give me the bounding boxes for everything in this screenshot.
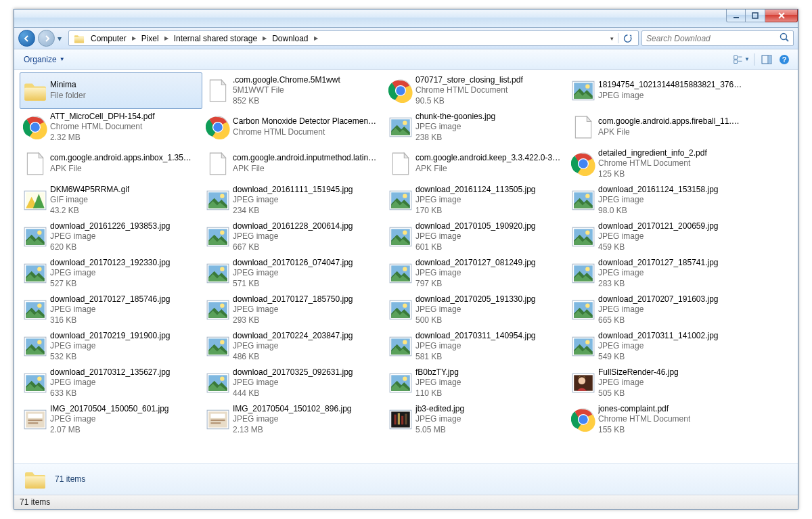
file-size: 2.07 MB	[50, 425, 169, 436]
search-box[interactable]	[641, 30, 794, 46]
file-name: jb3-edited.jpg	[415, 404, 464, 415]
file-item[interactable]: MinimaFile folder	[20, 72, 202, 109]
maximize-button[interactable]	[746, 9, 765, 22]
file-size: 620 KB	[50, 242, 171, 253]
file-item[interactable]: ATT_MicroCell_DPH-154.pdfChrome HTML Doc…	[20, 109, 202, 145]
preview-pane-button[interactable]	[759, 52, 775, 67]
file-item[interactable]: com.google.android.apps.inbox_1.35_(1388…	[20, 145, 202, 182]
file-item[interactable]: download_20170126_074047.jpgJPEG image57…	[202, 255, 385, 292]
refresh-button[interactable]	[618, 33, 637, 43]
file-item[interactable]: download_20170127_185746.jpgJPEG image31…	[20, 292, 202, 328]
file-item[interactable]: chunk-the-goonies.jpgJPEG image238 KB	[385, 109, 568, 145]
file-type: JPEG image	[50, 304, 171, 315]
file-type: JPEG image	[598, 341, 719, 352]
file-size: 234 KB	[233, 206, 353, 217]
file-item[interactable]: IMG_20170504_150102_896.jpgJPEG image2.1…	[202, 401, 385, 438]
file-item[interactable]: jb3-edited.jpgJPEG image5.05 MB	[385, 401, 568, 438]
file-name: download_20170224_203847.jpg	[233, 331, 353, 342]
jpeg-icon	[23, 261, 47, 286]
file-item[interactable]: download_20170219_191900.jpgJPEG image53…	[20, 328, 202, 365]
file-item[interactable]: download_20161124_153158.jpgJPEG image98…	[568, 182, 750, 219]
chevron-right-icon[interactable]: ▶	[311, 35, 321, 41]
file-item[interactable]: .com.google.Chrome.5M1wwt5M1WWT File852 …	[202, 72, 385, 109]
file-name: fB0bzTY.jpg	[415, 367, 461, 378]
file-type: JPEG image	[598, 268, 719, 279]
file-size: 500 KB	[415, 315, 536, 326]
file-item[interactable]: 18194754_10213144815883821_3769698132894…	[568, 72, 750, 109]
file-item[interactable]: FullSizeRender-46.jpgJPEG image505 KB	[568, 365, 750, 401]
jpeg-icon	[571, 188, 595, 212]
explorer-window: ▾ Computer▶Pixel▶Internal shared storage…	[14, 9, 798, 510]
file-item[interactable]: download_20161226_193853.jpgJPEG image62…	[20, 219, 202, 255]
file-name: chunk-the-goonies.jpg	[415, 112, 495, 122]
file-name: download_20170205_191330.jpg	[415, 294, 536, 305]
file-item[interactable]: com.google.android.keep_3.3.422.0-334220…	[385, 145, 568, 182]
jpeg-icon	[23, 298, 47, 322]
address-dropdown-icon[interactable]: ▾	[606, 35, 618, 42]
breadcrumb-item[interactable]: Download▶	[269, 31, 320, 45]
file-name: download_20170127_185750.jpg	[233, 294, 353, 305]
file-type: JPEG image	[598, 304, 719, 315]
file-item[interactable]: download_20170207_191603.jpgJPEG image66…	[568, 292, 750, 328]
file-item[interactable]: download_20170205_191330.jpgJPEG image50…	[385, 292, 568, 328]
chrome-icon	[571, 407, 595, 432]
view-options-button[interactable]: ▼	[734, 52, 750, 67]
file-name: jones-complaint.pdf	[598, 404, 690, 415]
file-item[interactable]: com.google.android.apps.fireball_11.0.02…	[568, 109, 750, 145]
file-type: Chrome HTML Document	[415, 85, 523, 96]
file-item[interactable]: download_20170127_185750.jpgJPEG image29…	[202, 292, 385, 328]
jpeg-icon	[23, 371, 47, 395]
file-name: download_20170105_190920.jpg	[415, 221, 536, 232]
breadcrumb-item[interactable]: Internal shared storage▶	[171, 31, 269, 45]
chrome-icon	[388, 78, 413, 103]
file-item[interactable]: download_20161228_200614.jpgJPEG image66…	[202, 219, 385, 255]
svg-rect-29	[734, 55, 738, 59]
back-button[interactable]	[18, 30, 35, 47]
jpeg-icon	[571, 225, 595, 249]
file-item[interactable]: download_20170127_185741.jpgJPEG image28…	[568, 255, 750, 292]
file-item[interactable]: download_20161124_113505.jpgJPEG image17…	[385, 182, 568, 219]
file-item[interactable]: download_20170325_092631.jpgJPEG image44…	[202, 365, 385, 401]
file-item[interactable]: Carbon Monoxide Detector Placement_20140…	[202, 109, 385, 145]
file-name: download_20170127_081249.jpg	[415, 258, 536, 269]
file-type: JPEG image	[233, 341, 353, 352]
organize-button[interactable]: Organize ▼	[20, 53, 69, 66]
file-item[interactable]: download_20170121_200659.jpgJPEG image45…	[568, 219, 750, 255]
minimize-button[interactable]	[726, 9, 746, 22]
file-type: JPEG image	[50, 414, 169, 425]
file-type: APK File	[50, 164, 196, 175]
file-list[interactable]: MinimaFile folder.com.google.Chrome.5M1w…	[14, 70, 798, 463]
file-item[interactable]: download_20170127_081249.jpgJPEG image79…	[385, 255, 568, 292]
chevron-right-icon[interactable]: ▶	[129, 35, 139, 41]
gif-icon	[23, 188, 47, 212]
svg-text:?: ?	[782, 55, 787, 64]
breadcrumb-item[interactable]: Computer▶	[88, 31, 139, 45]
toolbar-separator	[754, 53, 754, 66]
chevron-right-icon[interactable]: ▶	[260, 35, 269, 41]
file-item[interactable]: com.google.android.inputmethod.latin_6.0…	[202, 145, 385, 182]
file-name: com.google.android.keep_3.3.422.0-334220…	[415, 153, 561, 164]
file-item[interactable]: download_20170123_192330.jpgJPEG image52…	[20, 255, 202, 292]
content-area: MinimaFile folder.com.google.Chrome.5M1w…	[14, 70, 798, 495]
chevron-right-icon[interactable]: ▶	[162, 35, 171, 41]
help-button[interactable]: ?	[776, 52, 792, 67]
file-item[interactable]: download_20161111_151945.jpgJPEG image23…	[202, 182, 385, 219]
address-field[interactable]: Computer▶Pixel▶Internal shared storage▶D…	[68, 30, 639, 46]
file-size: 797 KB	[415, 279, 536, 290]
file-item[interactable]: detailed_ingredient_info_2.pdfChrome HTM…	[568, 145, 750, 182]
file-item[interactable]: download_20170311_140954.jpgJPEG image58…	[385, 328, 568, 365]
close-button[interactable]	[765, 9, 798, 22]
file-item[interactable]: jones-complaint.pdfChrome HTML Document1…	[568, 401, 750, 438]
forward-button[interactable]	[38, 30, 55, 47]
file-item[interactable]: fB0bzTY.jpgJPEG image110 KB	[385, 365, 568, 401]
search-input[interactable]	[646, 34, 780, 43]
file-item[interactable]: download_20170224_203847.jpgJPEG image48…	[202, 328, 385, 365]
file-item[interactable]: download_20170105_190920.jpgJPEG image60…	[385, 219, 568, 255]
breadcrumb-item[interactable]: Pixel▶	[139, 31, 171, 45]
file-item[interactable]: 070717_store_closing_list.pdfChrome HTML…	[385, 72, 568, 109]
file-item[interactable]: download_20170311_141002.jpgJPEG image54…	[568, 328, 750, 365]
file-item[interactable]: DKM6W4P5RRMA.gifGIF image43.2 KB	[20, 182, 202, 219]
history-dropdown-icon[interactable]: ▾	[58, 34, 66, 43]
file-item[interactable]: IMG_20170504_150050_601.jpgJPEG image2.0…	[20, 401, 202, 438]
file-item[interactable]: download_20170312_135627.jpgJPEG image63…	[20, 365, 202, 401]
